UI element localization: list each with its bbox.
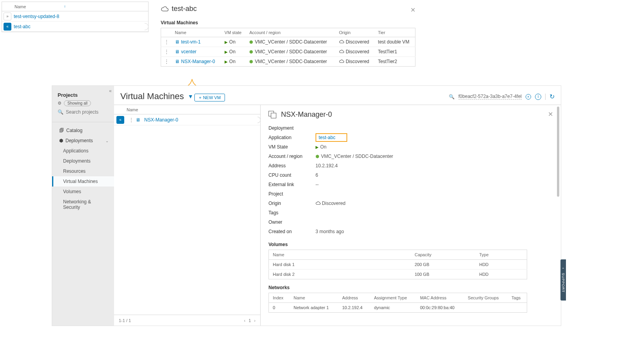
col-vol-type[interactable]: Type [475,250,527,260]
col-net-address[interactable]: Address [338,293,370,303]
sidebar-sub-deployments[interactable]: Deployments [52,156,114,166]
prop-deployment-label: Deployment [268,125,316,131]
cloud-icon [161,5,169,13]
list-header[interactable]: Name ↑ [2,2,148,11]
vm-state: On [229,39,236,45]
collapse-icon[interactable]: « [116,116,124,124]
projects-filter[interactable]: ⚙ Showing all [52,100,114,109]
divider [545,94,546,100]
col-net-mac[interactable]: MAC Address [416,293,464,303]
prop-created-value: 3 months ago [316,229,344,234]
page-prev-icon[interactable]: ‹ [244,318,246,323]
prop-account-label: Account / region [268,154,316,159]
main-content: Virtual Machines ▼ 🔍 f0beacf2-572a-3a3b-… [114,86,561,326]
application-link[interactable]: test-abc [319,135,335,140]
scrollbar[interactable] [557,107,559,197]
col-account[interactable]: Account / region [246,28,336,37]
close-icon[interactable]: ✕ [548,110,553,118]
sidebar-item-catalog[interactable]: 🗐Catalog [52,125,114,136]
vsphere-icon: ⬢ [249,40,253,44]
app-link[interactable]: test-ventsy-updated-8 [14,14,59,19]
vm-account: VMC_VCenter / SDDC-Datacenter [255,39,327,45]
vm-icon: 🖥 [175,59,180,64]
row-menu-icon[interactable]: ⋮ [164,59,169,64]
list-item[interactable]: «⋮🖥NSX-Manager-0 [114,114,260,125]
prop-origin-value: Discovered [322,201,345,206]
filter-icon[interactable]: ▼ [188,93,193,100]
col-origin[interactable]: Origin [336,28,375,37]
vm-link[interactable]: vcenter [181,49,196,54]
vm-link[interactable]: test-vm-1 [181,39,201,45]
page-next-icon[interactable]: › [254,318,256,323]
sidebar-sub-resources[interactable]: Resources [52,166,114,176]
sidebar-sub-networking[interactable]: Networking & Security [52,197,114,212]
col-net-index[interactable]: Index [269,293,290,303]
sidebar-item-deployments[interactable]: ⬢Deployments ⌄ [52,136,114,146]
sidebar-sub-applications[interactable]: Applications [52,146,114,156]
filter-guid[interactable]: f0beacf2-572a-3a3b-a7e7-4fel [459,94,522,100]
vol-capacity: 200 GB [411,260,475,270]
vm-link[interactable]: NSX-Manager-0 [181,59,215,64]
info-icon[interactable]: i [535,94,541,100]
prop-account-value: VMC_VCenter / SDDC-Datacenter [321,154,393,159]
search-icon: 🔍 [58,109,63,115]
sidebar-collapse-icon[interactable]: « [109,88,112,94]
search-input[interactable] [66,109,105,115]
row-menu-icon[interactable]: ⋮ [164,39,169,45]
prop-tags-label: Tags [268,210,316,216]
prop-address-value: 10.2.192.4 [316,163,338,168]
table-row[interactable]: ⋮🖥test-vm-1▶On⬢VMC_VCenter / SDDC-Datace… [161,37,415,47]
col-state[interactable]: VM state [221,28,246,37]
col-vol-name[interactable]: Name [269,250,411,260]
row-count: 1-1 / 1 [119,318,131,323]
vm-list-header[interactable]: Name [114,105,260,114]
settings-icon[interactable]: ⚙ [58,101,62,106]
vm-icon: 🖥 [175,39,180,45]
top-panel: Name ↑ » test-ventsy-updated-8 « test-ab… [0,0,419,78]
support-tab[interactable]: ⌃ SUPPORT [560,259,566,301]
vm-state: On [229,59,236,64]
vm-account: VMC_VCenter / SDDC-Datacenter [255,49,327,54]
vm-account: VMC_VCenter / SDDC-Datacenter [255,59,327,64]
showing-all-pill[interactable]: Showing all [64,100,91,106]
table-row[interactable]: ⋮🖥vcenter▶On⬢VMC_VCenter / SDDC-Datacent… [161,47,415,57]
col-net-assign[interactable]: Assignment Type [370,293,416,303]
collapse-icon[interactable]: « [4,23,11,31]
prop-vmstate-value: On [320,144,326,150]
vm-tier: TestTier2 [375,57,415,67]
cloud-icon [339,59,344,64]
row-menu-icon[interactable]: ⋮ [164,49,169,54]
sort-asc-icon[interactable]: ↑ [64,4,66,9]
search-icon[interactable]: 🔍 [449,94,455,100]
vm-state: On [229,49,236,54]
sidebar-sub-volumes[interactable]: Volumes [52,187,114,197]
row-menu-icon[interactable]: ⋮ [129,117,133,123]
vm-list: Name «⋮🖥NSX-Manager-0 1-1 / 1 ‹ 1 › [114,105,260,326]
col-vol-capacity[interactable]: Capacity [411,250,475,260]
clear-filter-icon[interactable]: × [526,94,531,100]
col-name[interactable]: Name [172,28,221,37]
col-tier[interactable]: Tier [375,28,415,37]
app-link[interactable]: test-abc [14,24,31,29]
main-panel: « Projects ⚙ Showing all 🔍 🗐Catalog ⬢Dep… [52,85,561,326]
col-net-name[interactable]: Name [290,293,338,303]
new-vm-button[interactable]: + NEW VM [194,94,225,101]
sidebar-sub-virtual-machines[interactable]: Virtual Machines [52,176,114,187]
prop-address-label: Address [268,163,316,168]
vm-origin: Discovered [346,49,369,54]
list-row[interactable]: « test-abc [2,22,148,32]
close-icon[interactable]: ✕ [410,6,415,14]
refresh-icon[interactable]: ↻ [549,93,555,100]
col-net-sg[interactable]: Security Groups [464,293,508,303]
search-projects[interactable]: 🔍 [52,109,114,119]
page-current: 1 [248,318,251,323]
table-row[interactable]: ⋮🖥NSX-Manager-0▶On⬢VMC_VCenter / SDDC-Da… [161,57,415,67]
vm-link[interactable]: NSX-Manager-0 [144,117,178,123]
col-net-tags[interactable]: Tags [508,293,527,303]
prop-application-label: Application [268,135,316,140]
vm-icon: 🖥 [175,49,180,54]
vm-origin: Discovered [346,59,369,64]
list-row[interactable]: » test-ventsy-updated-8 [2,11,148,22]
expand-icon[interactable]: » [4,13,11,20]
pager: ‹ 1 › [244,318,256,323]
